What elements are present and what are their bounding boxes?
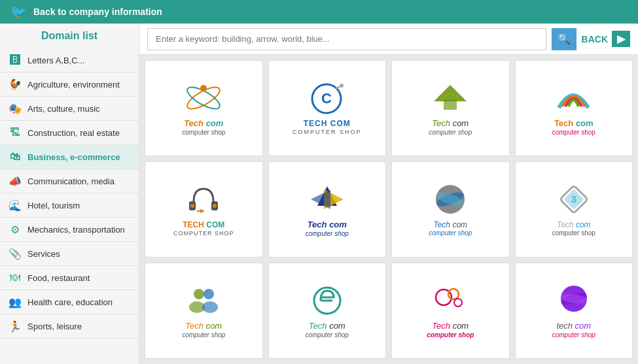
- logo-card-11[interactable]: Tech com computer shop: [391, 263, 510, 359]
- content-area: 🔍 BACK ▶ Tech com: [139, 24, 638, 364]
- svg-marker-12: [200, 209, 205, 213]
- sidebar-item-services[interactable]: 📎 Services: [0, 242, 139, 266]
- hotel-icon: 🌊: [8, 198, 22, 212]
- search-bar: 🔍 BACK ▶: [139, 24, 638, 55]
- svg-text:3: 3: [571, 194, 576, 205]
- letters-icon: 🅱: [8, 53, 22, 67]
- sidebar-item-label: Food, restaurant: [27, 273, 90, 283]
- sidebar-item-letters[interactable]: 🅱 Letters A,B,C...: [0, 48, 139, 73]
- svg-point-10: [213, 204, 217, 208]
- logo-text-7: Tech com computer shop: [429, 220, 472, 237]
- logo-card-6[interactable]: Tech com computer shop: [268, 161, 387, 257]
- logo-card-12[interactable]: tech com computer shop: [515, 263, 633, 359]
- food-icon: 🍽: [8, 271, 22, 285]
- logo-graphic-8: 3: [551, 182, 597, 218]
- logo-text-8: Tech com computer shop: [552, 220, 595, 237]
- svg-point-2: [200, 85, 207, 91]
- svg-point-5: [340, 84, 344, 88]
- back-arrow-icon: ▶: [612, 31, 630, 47]
- logo-text-12: tech com computer shop: [552, 321, 595, 339]
- logo-card-3[interactable]: Tech com computer shop: [391, 60, 510, 156]
- sidebar-item-communication[interactable]: 📣 Communication, media: [0, 169, 139, 193]
- sidebar-item-label: Business, e-commerce: [27, 152, 120, 162]
- sidebar-item-label: Services: [27, 249, 60, 259]
- sidebar: Domain list 🅱 Letters A,B,C... 🐓 Agricul…: [0, 24, 139, 364]
- logo-graphic-7: [427, 182, 473, 218]
- topbar-back-label[interactable]: Back to company information: [33, 7, 162, 17]
- logo-text-9: Tech com computer shop: [182, 321, 225, 339]
- logo-text-6: Tech com computer shop: [306, 220, 349, 238]
- svg-rect-6: [444, 100, 457, 110]
- logo-text-1: Tech com computer shop: [182, 118, 225, 137]
- svg-point-25: [202, 301, 218, 313]
- business-icon: 🛍: [8, 150, 22, 164]
- logo-card-1[interactable]: Tech com computer shop: [145, 60, 263, 156]
- services-icon: 📎: [8, 246, 22, 261]
- logo-grid: Tech com computer shop C TECH COM COMPU: [139, 55, 638, 364]
- logo-graphic-1: [181, 80, 226, 116]
- construction-icon: 🏗: [8, 125, 22, 140]
- logo-card-7[interactable]: Tech com computer shop: [391, 161, 510, 257]
- search-button[interactable]: 🔍: [552, 28, 576, 50]
- sidebar-item-label: Hotel, tourism: [27, 201, 80, 210]
- logo-text-3: Tech com computer shop: [429, 118, 472, 137]
- logo-graphic-12: [551, 282, 597, 318]
- sidebar-item-hotel[interactable]: 🌊 Hotel, tourism: [0, 193, 139, 218]
- sidebar-item-label: Communication, media: [27, 176, 115, 186]
- sidebar-item-sports[interactable]: 🏃 Sports, leisure: [0, 314, 139, 339]
- logo-text-5: TECH COM COMPUTER SHOP: [173, 220, 234, 237]
- logo-graphic-2: C: [304, 80, 350, 116]
- sidebar-item-label: Sports, leisure: [27, 322, 82, 331]
- logo-text-10: Tech com computer shop: [306, 321, 349, 339]
- logo-graphic-4: [551, 80, 597, 116]
- svg-point-9: [190, 204, 194, 208]
- logo-text-4: Tech com computer shop: [552, 118, 595, 137]
- logo-card-4[interactable]: Tech com computer shop: [515, 60, 633, 156]
- search-input[interactable]: [147, 28, 546, 50]
- logo-text-2: TECH COM COMPUTER SHOP: [292, 119, 362, 135]
- svg-marker-15: [311, 190, 330, 209]
- sidebar-item-construction[interactable]: 🏗 Construction, real estate: [0, 121, 139, 145]
- logo-text-11: Tech com computer shop: [427, 321, 474, 339]
- svg-point-23: [204, 289, 214, 299]
- svg-point-34: [561, 294, 587, 303]
- logo-graphic-6: [304, 181, 350, 217]
- sidebar-item-health[interactable]: 👥 Health care, education: [0, 290, 139, 314]
- logo-card-9[interactable]: Tech com computer shop: [145, 263, 263, 359]
- logo-graphic-3: [427, 80, 473, 116]
- logo-card-8[interactable]: 3 Tech com computer shop: [515, 161, 633, 257]
- main-layout: Domain list 🅱 Letters A,B,C... 🐓 Agricul…: [0, 24, 638, 364]
- sidebar-item-label: Letters A,B,C...: [27, 56, 84, 65]
- sidebar-item-agriculture[interactable]: 🐓 Agriculture, environment: [0, 73, 139, 97]
- logo-graphic-11: [427, 282, 473, 318]
- back-label: BACK: [582, 34, 608, 44]
- logo-graphic-5: [181, 182, 226, 218]
- logo-graphic-9: [181, 282, 226, 318]
- svg-point-22: [194, 289, 204, 299]
- top-bar: 🐦 Back to company information: [0, 0, 638, 24]
- arts-icon: 🎭: [8, 101, 22, 116]
- sports-icon: 🏃: [8, 319, 22, 333]
- sidebar-title: Domain list: [0, 24, 139, 48]
- logo-card-5[interactable]: TECH COM COMPUTER SHOP: [145, 161, 263, 257]
- sidebar-item-label: Health care, education: [27, 297, 113, 307]
- back-arrow-icon: 🐦: [10, 4, 27, 20]
- sidebar-item-label: Arts, culture, music: [27, 104, 100, 114]
- svg-point-29: [448, 289, 459, 299]
- logo-card-10[interactable]: Tech com computer shop: [268, 263, 387, 359]
- agriculture-icon: 🐓: [8, 77, 22, 91]
- sidebar-item-arts[interactable]: 🎭 Arts, culture, music: [0, 97, 139, 121]
- sidebar-item-business[interactable]: 🛍 Business, e-commerce: [0, 145, 139, 169]
- communication-icon: 📣: [8, 174, 22, 188]
- svg-point-30: [454, 299, 462, 306]
- logo-card-2[interactable]: C TECH COM COMPUTER SHOP: [268, 60, 387, 156]
- logo-graphic-10: [304, 282, 350, 318]
- sidebar-item-food[interactable]: 🍽 Food, restaurant: [0, 266, 139, 290]
- sidebar-item-mechanics[interactable]: ⚙ Mechanics, transportation: [0, 218, 139, 242]
- sidebar-item-label: Mechanics, transportation: [27, 225, 125, 235]
- health-icon: 👥: [8, 295, 22, 309]
- mechanics-icon: ⚙: [8, 222, 22, 237]
- back-button[interactable]: BACK ▶: [582, 31, 630, 47]
- sidebar-item-label: Construction, real estate: [27, 128, 120, 138]
- svg-text:C: C: [321, 90, 332, 107]
